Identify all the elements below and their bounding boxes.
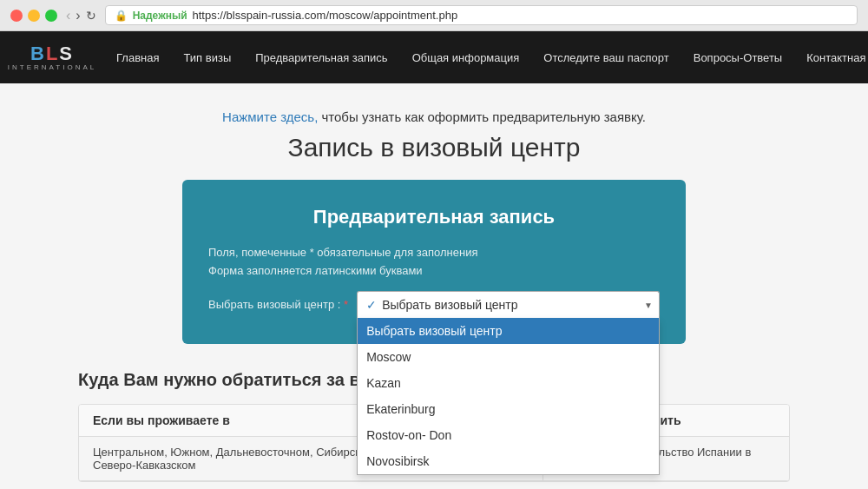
url-text: https://blsspain-russia.com/moscow/appoi… <box>193 9 458 22</box>
minimize-button[interactable] <box>28 10 40 22</box>
back-arrow-icon[interactable]: ‹ <box>66 8 70 23</box>
visa-center-dropdown[interactable]: Выбрать визовый центр Moscow Kazan Ekate… <box>357 318 660 475</box>
secure-lock-icon: 🔒 <box>115 10 128 22</box>
dropdown-item-moscow[interactable]: Moscow <box>358 344 659 370</box>
click-here-link[interactable]: Нажмите здесь, <box>222 109 318 124</box>
maximize-button[interactable] <box>45 10 57 22</box>
forward-arrow-icon[interactable]: › <box>76 8 80 23</box>
dropdown-item-novosibirsk[interactable]: Novosibirsk <box>358 448 659 474</box>
nav-item-contact[interactable]: Контактная информация <box>794 31 868 83</box>
navbar: BLS INTERNATIONAL Главная Тип визы Предв… <box>0 31 868 83</box>
logo-bls: BLS <box>30 44 74 63</box>
select-check-icon: ✓ <box>366 298 377 312</box>
logo-area[interactable]: BLS INTERNATIONAL <box>0 37 104 78</box>
dropdown-item-rostov[interactable]: Rostov-on- Don <box>358 422 659 448</box>
visa-center-select-wrapper: ✓ Выбрать визовый центр ▼ Выбрать визовы… <box>357 291 660 318</box>
nav-links: Главная Тип визы Предварительная запись … <box>104 31 868 83</box>
nav-item-faq[interactable]: Вопросы-Ответы <box>681 31 795 83</box>
click-here-section: Нажмите здесь, чтобы узнать как оформить… <box>61 109 807 124</box>
select-display-text: Выбрать визовый центр <box>382 298 517 312</box>
visa-center-select-display[interactable]: ✓ Выбрать визовый центр ▼ <box>357 291 660 318</box>
nav-item-home[interactable]: Главная <box>104 31 171 83</box>
secure-label: Надежный <box>133 10 187 22</box>
dropdown-item-kazan[interactable]: Kazan <box>358 370 659 396</box>
form-note-required: Поля, помеченные * обязательные для запо… <box>208 246 660 259</box>
nav-item-appointment[interactable]: Предварительная запись <box>243 31 399 83</box>
nav-item-track-passport[interactable]: Отследите ваш паспорт <box>531 31 681 83</box>
page-content: Нажмите здесь, чтобы узнать как оформить… <box>0 83 868 489</box>
form-panel-title: Предварительная запись <box>208 206 660 228</box>
dropdown-item-placeholder[interactable]: Выбрать визовый центр <box>358 318 659 344</box>
nav-item-visa-type[interactable]: Тип визы <box>171 31 243 83</box>
close-button[interactable] <box>10 10 23 22</box>
logo-intl: INTERNATIONAL <box>8 63 96 71</box>
form-panel: Предварительная запись Поля, помеченные … <box>182 180 686 344</box>
reload-button[interactable]: ↻ <box>86 9 96 23</box>
browser-navigation: ‹ › ↻ <box>66 8 96 23</box>
form-row-select-center: Выбрать визовый центр : * ✓ Выбрать визо… <box>208 291 660 318</box>
click-here-text: чтобы узнать как оформить предварительну… <box>318 109 646 124</box>
address-bar[interactable]: 🔒 Надежный https://blsspain-russia.com/m… <box>105 5 858 25</box>
select-arrow-icon: ▼ <box>644 300 653 309</box>
browser-chrome: ‹ › ↻ 🔒 Надежный https://blsspain-russia… <box>0 0 868 31</box>
browser-window-controls <box>10 10 57 22</box>
nav-item-general-info[interactable]: Общая информация <box>400 31 532 83</box>
form-label-select-center: Выбрать визовый центр : * <box>208 298 348 311</box>
form-note-latin: Форма заполняется латинскими буквами <box>208 264 660 277</box>
page-title: Запись в визовый центр <box>61 133 807 162</box>
required-star: * <box>344 298 348 311</box>
dropdown-item-ekaterinburg[interactable]: Ekaterinburg <box>358 396 659 422</box>
